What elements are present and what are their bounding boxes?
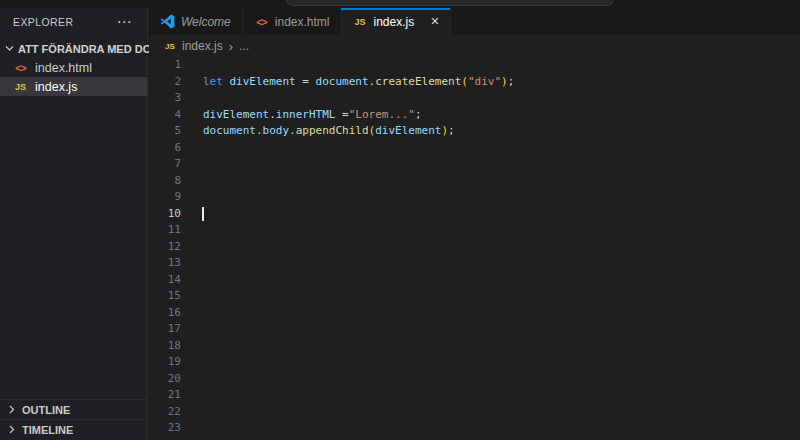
- line-content: [181, 222, 203, 239]
- html-file-icon: <>: [254, 16, 269, 28]
- line-content: [181, 57, 203, 74]
- code-line[interactable]: 12: [149, 239, 800, 256]
- line-number: 4: [149, 107, 181, 124]
- line-content: [181, 437, 203, 440]
- file-list: <>index.htmlJSindex.js: [0, 58, 147, 96]
- editor-group: Welcome<>index.htmlJSindex.js✕ JS index.…: [149, 8, 800, 440]
- line-number: 9: [149, 189, 181, 206]
- tab-welcome[interactable]: Welcome: [149, 8, 243, 35]
- line-content: [181, 371, 203, 388]
- code-line[interactable]: 6: [149, 140, 800, 157]
- line-number: 3: [149, 90, 181, 107]
- line-content: [181, 321, 203, 338]
- code-token: divElement: [230, 75, 296, 88]
- code-token: ;: [415, 108, 422, 121]
- line-number: 19: [149, 354, 181, 371]
- section-timeline[interactable]: TIMELINE: [0, 419, 147, 439]
- line-number: 5: [149, 123, 181, 140]
- code-line[interactable]: 19: [149, 354, 800, 371]
- code-line[interactable]: 2let divElement = document.createElement…: [149, 74, 800, 91]
- html-file-icon: <>: [13, 62, 28, 74]
- sidebar-sections: OUTLINETIMELINE: [0, 399, 147, 439]
- line-content: [181, 90, 203, 107]
- code-line[interactable]: 7: [149, 156, 800, 173]
- code-line[interactable]: 10: [149, 206, 800, 223]
- code-line[interactable]: 14: [149, 272, 800, 289]
- line-content: [181, 387, 203, 404]
- section-outline[interactable]: OUTLINE: [0, 399, 147, 419]
- tab-bar: Welcome<>index.htmlJSindex.js✕: [149, 8, 800, 35]
- code-line[interactable]: 22: [149, 404, 800, 421]
- code-token: =: [335, 108, 348, 121]
- code-token: document: [316, 75, 369, 88]
- code-token: ;: [508, 75, 515, 88]
- sidebar-item-index-js[interactable]: JSindex.js: [0, 77, 147, 96]
- line-content: [181, 255, 203, 272]
- folder-label: ATT FÖRÄNDRA MED DOM: [18, 43, 160, 55]
- line-content: let divElement = document.createElement(…: [181, 74, 514, 91]
- code-line[interactable]: 13: [149, 255, 800, 272]
- line-number: 13: [149, 255, 181, 272]
- code-line[interactable]: 21: [149, 387, 800, 404]
- title-bar: [0, 0, 800, 8]
- file-label: index.js: [35, 80, 77, 94]
- line-number: 14: [149, 272, 181, 289]
- code-line[interactable]: 18: [149, 338, 800, 355]
- tab-label: Welcome: [181, 15, 231, 29]
- line-number: 12: [149, 239, 181, 256]
- line-content: divElement.innerHTML ="Lorem...";: [181, 107, 422, 124]
- breadcrumb[interactable]: JS index.js › ...: [149, 35, 800, 57]
- line-number: 24: [149, 437, 181, 440]
- sidebar-item-index-html[interactable]: <>index.html: [0, 58, 147, 77]
- code-line[interactable]: 16: [149, 305, 800, 322]
- code-line[interactable]: 5document.body.appendChild(divElement);: [149, 123, 800, 140]
- line-number: 8: [149, 173, 181, 190]
- chevron-right-icon: ›: [229, 39, 233, 54]
- code-line[interactable]: 17: [149, 321, 800, 338]
- code-line[interactable]: 4divElement.innerHTML ="Lorem...";: [149, 107, 800, 124]
- code-token: body: [263, 124, 290, 137]
- code-line[interactable]: 1: [149, 57, 800, 74]
- text-cursor: [202, 207, 204, 221]
- vscode-logo-icon: [160, 14, 175, 29]
- code-line[interactable]: 11: [149, 222, 800, 239]
- line-number: 1: [149, 57, 181, 74]
- line-content: [181, 420, 203, 437]
- code-line[interactable]: 9: [149, 189, 800, 206]
- tab-index-js[interactable]: JSindex.js✕: [342, 8, 452, 35]
- line-content: [181, 156, 203, 173]
- code-token: document: [203, 124, 256, 137]
- line-content: [181, 239, 203, 256]
- tab-index-html[interactable]: <>index.html: [243, 8, 342, 35]
- line-number: 18: [149, 338, 181, 355]
- line-content: [181, 288, 203, 305]
- code-line[interactable]: 3: [149, 90, 800, 107]
- code-line[interactable]: 23: [149, 420, 800, 437]
- more-actions-icon[interactable]: ⋯: [117, 18, 132, 26]
- line-number: 23: [149, 420, 181, 437]
- code-line[interactable]: 15: [149, 288, 800, 305]
- line-content: [181, 206, 203, 223]
- close-icon[interactable]: ✕: [430, 15, 439, 28]
- line-number: 2: [149, 74, 181, 91]
- command-center[interactable]: [286, 0, 614, 6]
- code-editor[interactable]: 12let divElement = document.createElemen…: [149, 57, 800, 440]
- code-line[interactable]: 24: [149, 437, 800, 440]
- code-line[interactable]: 8: [149, 173, 800, 190]
- code-token: "Lorem...": [349, 108, 415, 121]
- breadcrumb-file[interactable]: index.js: [182, 39, 223, 53]
- code-token: =: [296, 75, 316, 88]
- code-token: (: [461, 75, 468, 88]
- chevron-right-icon: [6, 424, 17, 435]
- breadcrumb-symbol[interactable]: ...: [239, 39, 249, 53]
- js-file-icon: JS: [164, 42, 176, 51]
- code-line[interactable]: 20: [149, 371, 800, 388]
- code-token: .: [289, 124, 296, 137]
- code-token: .: [269, 108, 276, 121]
- line-number: 6: [149, 140, 181, 157]
- folder-row[interactable]: ATT FÖRÄNDRA MED DOM: [0, 39, 147, 58]
- js-file-icon: JS: [353, 17, 368, 27]
- chevron-down-icon: [4, 43, 15, 54]
- line-number: 17: [149, 321, 181, 338]
- line-number: 15: [149, 288, 181, 305]
